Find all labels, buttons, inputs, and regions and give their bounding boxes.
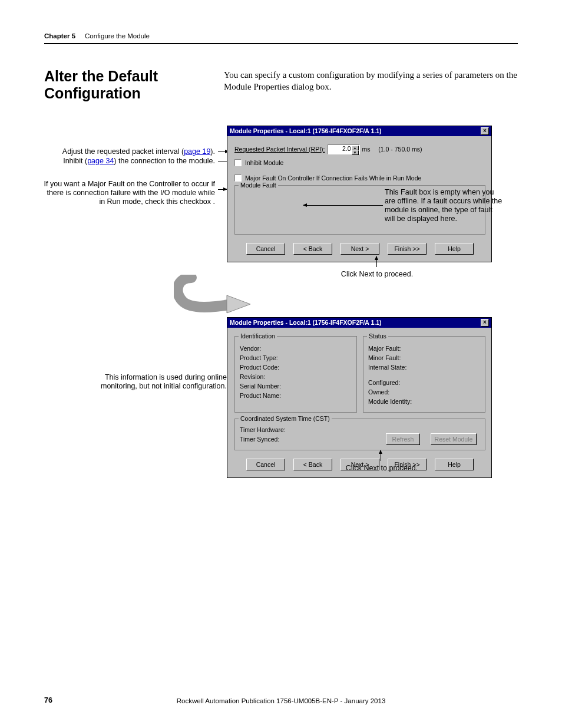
callout-fault-box: This Fault box is empty when you are off… [385, 188, 503, 224]
cst-group: Coordinated System Time (CST) Timer Hard… [234, 419, 485, 450]
chapter-header: Chapter 5 Configure the Module [44, 32, 518, 44]
cancel-button[interactable]: Cancel [246, 243, 285, 255]
help-button[interactable]: Help [435, 459, 474, 470]
rpi-unit: ms [362, 146, 371, 153]
timer-synced-label: Timer Synced: [240, 436, 286, 443]
leader-line [376, 256, 377, 267]
section-heading: Alter the Default Configuration [44, 68, 200, 102]
click-next-label-1: Click Next to proceed. [339, 270, 415, 278]
major-fault-label: Major Fault: [368, 345, 480, 352]
timer-hardware-label: Timer Hardware: [240, 426, 286, 433]
titlebar: Module Properties - Local:1 (1756-IF4FXO… [227, 126, 491, 136]
callout-inhibit-text-a: Inhibit ( [63, 157, 87, 165]
configured-label: Configured: [368, 379, 480, 386]
groupbox-title: Module Fault [239, 182, 278, 189]
chapter-number: Chapter 5 [44, 32, 75, 39]
leader-line [381, 450, 381, 461]
rpi-range: (1.0 - 750.0 ms) [378, 146, 422, 153]
dialog-title: Module Properties - Local:1 (1756-IF4FXO… [230, 319, 382, 326]
product-name-label: Product Name: [240, 392, 352, 399]
close-icon[interactable]: × [481, 127, 489, 135]
flow-arrow-icon [174, 275, 256, 316]
click-next-label-2: Click Next to proceed. [343, 464, 420, 472]
back-button[interactable]: < Back [293, 243, 332, 255]
back-button[interactable]: < Back [293, 459, 332, 470]
callout-rpi-text-b: ). [210, 147, 215, 156]
callout-rpi-text-a: Adjust the requested packet interval ( [62, 147, 184, 156]
groupbox-title: Coordinated System Time (CST) [239, 415, 332, 422]
callout-inhibit: Inhibit (page 34) the connection to the … [41, 157, 215, 166]
titlebar: Module Properties - Local:1 (1756-IF4FXO… [227, 318, 491, 328]
leader-line [303, 205, 383, 206]
inhibit-label: Inhibit Module [245, 159, 283, 166]
diagram-area: Adjust the requested packet interval (pa… [44, 126, 518, 479]
groupbox-title: Status [367, 332, 388, 340]
callout-major-fault: If you want a Major Fault on the Control… [41, 180, 215, 207]
intro-text: You can specify a custom configuration b… [224, 68, 518, 102]
product-type-label: Product Type: [240, 354, 352, 361]
refresh-button[interactable]: Refresh [386, 433, 420, 445]
minor-fault-label: Minor Fault: [368, 354, 480, 361]
module-properties-dialog-2: Module Properties - Local:1 (1756-IF4FXO… [227, 317, 492, 478]
major-fault-checkbox[interactable] [234, 174, 242, 182]
footer-publication: Rockwell Automation Publication 1756-UM0… [0, 697, 562, 704]
help-button[interactable]: Help [435, 243, 474, 255]
callout-online-info: This information is used during online m… [80, 373, 227, 391]
inhibit-checkbox[interactable] [234, 159, 242, 166]
callout-inhibit-text-b: ) the connection to the module. [114, 157, 215, 165]
link-page-34[interactable]: page 34 [87, 157, 114, 165]
internal-state-label: Internal State: [368, 364, 480, 371]
rpi-input[interactable]: 2.0 ▲▼ [328, 144, 360, 154]
major-fault-label: Major Fault On Controller If Connection … [245, 174, 421, 182]
product-code-label: Product Code: [240, 364, 352, 371]
owned-label: Owned: [368, 388, 480, 396]
close-icon[interactable]: × [481, 319, 489, 327]
serial-label: Serial Number: [240, 383, 352, 390]
button-row: Cancel < Back Next > Finish >> Help [234, 243, 485, 256]
finish-button[interactable]: Finish >> [388, 243, 427, 255]
revision-label: Revision: [240, 373, 352, 380]
dialog-title: Module Properties - Local:1 (1756-IF4FXO… [230, 127, 382, 134]
next-button[interactable]: Next > [340, 243, 379, 255]
status-group: Status Major Fault: Minor Fault: Interna… [363, 336, 485, 413]
callout-rpi: Adjust the requested packet interval (pa… [41, 147, 215, 156]
cancel-button[interactable]: Cancel [246, 459, 285, 470]
module-identity-label: Module Identity: [368, 398, 480, 405]
identification-group: Identification Vendor: Product Type: Pro… [234, 336, 357, 413]
groupbox-title: Identification [239, 332, 277, 340]
rpi-stepper[interactable]: ▲▼ [352, 146, 359, 153]
link-page-19[interactable]: page 19 [184, 147, 210, 156]
reset-module-button[interactable]: Reset Module [431, 433, 477, 445]
vendor-label: Vendor: [240, 345, 352, 352]
leader-line [218, 189, 227, 190]
rpi-label: Requested Packet Interval (RPI): [234, 146, 325, 153]
rpi-value: 2.0 [342, 145, 351, 152]
chapter-title: Configure the Module [85, 32, 150, 39]
